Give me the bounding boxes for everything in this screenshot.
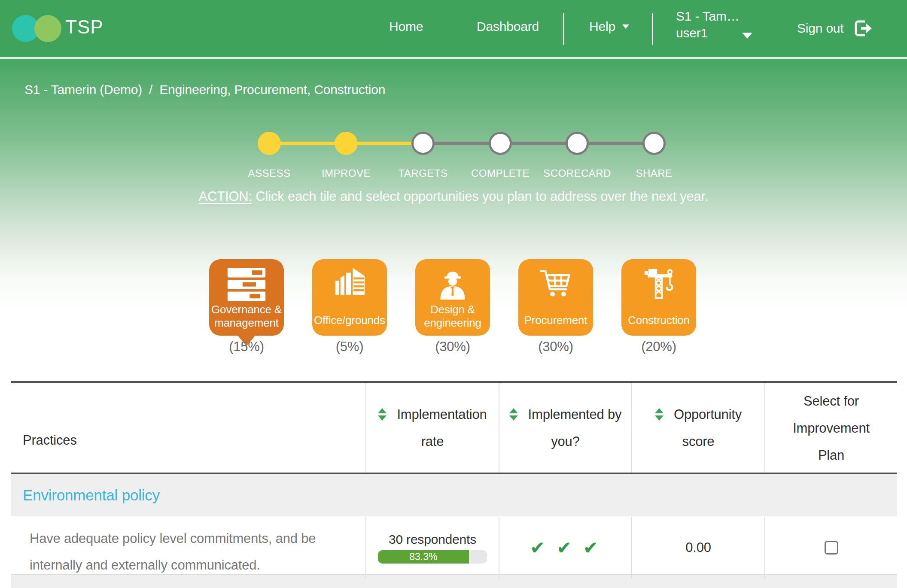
tile-label: Procurement: [518, 314, 593, 327]
page: TSP Home Dashboard Help S1 - Tam… user1 …: [0, 0, 907, 588]
select-for-plan-cell: [765, 517, 897, 579]
tile-governance-management[interactable]: Governance &management: [209, 259, 284, 336]
check-marks-icon: ✔ ✔ ✔: [530, 537, 601, 558]
step-circle-share[interactable]: [642, 132, 666, 155]
step-circle-scorecard[interactable]: [566, 132, 589, 155]
top-navigation-bar: TSP Home Dashboard Help S1 - Tam… user1 …: [0, 0, 907, 59]
logo-green-circle-icon: [34, 15, 61, 42]
step-circle-targets[interactable]: [411, 132, 435, 155]
sign-out-label: Sign out: [797, 21, 843, 36]
tile-weights: (15%) (5%) (30%) (30%) (20%): [209, 339, 696, 355]
table-header-row: Practices Implementation rate Implemente…: [11, 383, 897, 474]
stepper-connector-todo: [423, 142, 654, 145]
tile-office-grounds[interactable]: Office/grounds: [312, 259, 387, 336]
chevron-down-icon: [622, 24, 629, 29]
nav-divider: [652, 13, 653, 45]
column-header-practices: Practices: [11, 383, 366, 473]
cart-icon: [518, 264, 593, 306]
app-logo[interactable]: TSP: [0, 0, 146, 57]
user-menu[interactable]: S1 - Tam… user1: [676, 8, 740, 41]
tile-label: Governance &management: [209, 303, 284, 330]
engineer-icon: [415, 264, 490, 306]
implementation-rate-cell: 30 respondents 83.3%: [366, 517, 499, 579]
action-instruction: ACTION: Click each tile and select oppor…: [0, 189, 907, 204]
sign-out-icon: [853, 18, 874, 39]
nav-help-label: Help: [589, 19, 615, 34]
breadcrumb-project[interactable]: S1 - Tamerin (Demo): [24, 82, 142, 97]
user-menu-line1: S1 - Tam…: [676, 8, 740, 24]
respondents-count: 30 respondents: [389, 532, 476, 547]
improvement-plan-checkbox[interactable]: [825, 541, 838, 555]
building-icon: [312, 264, 387, 306]
brand-name: TSP: [65, 16, 103, 38]
implementation-rate-label: 83.3%: [409, 551, 437, 563]
category-tiles: Governance &management: [209, 259, 696, 336]
nav-home[interactable]: Home: [389, 19, 423, 34]
breadcrumb-page: Engineering, Procurement, Construction: [159, 82, 385, 97]
chevron-down-icon: [742, 33, 752, 39]
tile-label: Construction: [621, 314, 696, 327]
column-header-implementation-rate[interactable]: Implementation rate: [366, 383, 499, 473]
servers-icon: [209, 264, 284, 306]
implementation-rate-bar: 83.3%: [378, 550, 487, 564]
crane-icon: [621, 264, 696, 306]
breadcrumb: S1 - Tamerin (Demo)/Engineering, Procure…: [24, 82, 385, 97]
sort-icon[interactable]: [655, 408, 664, 421]
practices-table: Practices Implementation rate Implemente…: [11, 381, 897, 588]
tile-weight: (30%): [518, 339, 593, 355]
nav-divider: [563, 13, 564, 45]
opportunity-score-value: 0.00: [685, 540, 711, 555]
column-header-select-for-improvement-plan: Select for Improvement Plan: [765, 383, 897, 473]
breadcrumb-separator: /: [149, 82, 152, 97]
action-text: Click each tile and select opportunities…: [256, 189, 708, 204]
tile-weight: (20%): [621, 339, 696, 355]
sign-out-button[interactable]: Sign out: [797, 18, 874, 39]
step-circle-complete[interactable]: [489, 132, 512, 155]
nav-help[interactable]: Help: [589, 19, 629, 34]
tile-label: Office/grounds: [312, 314, 387, 327]
tile-label: Design &engineering: [415, 303, 490, 330]
tile-design-engineering[interactable]: Design &engineering: [415, 259, 490, 336]
sort-icon[interactable]: [509, 408, 518, 421]
column-header-implemented-by-you[interactable]: Implemented by you?: [499, 383, 632, 473]
tile-weight: (15%): [209, 339, 284, 355]
sort-icon[interactable]: [378, 408, 387, 421]
opportunity-score-cell: 0.00: [632, 517, 765, 579]
column-header-opportunity-score[interactable]: Opportunity score: [632, 383, 765, 473]
nav-dashboard[interactable]: Dashboard: [477, 19, 539, 34]
tile-weight: (5%): [312, 339, 387, 355]
step-circle-assess[interactable]: [258, 132, 281, 155]
implemented-by-you-cell: ✔ ✔ ✔: [499, 517, 632, 579]
practice-text: Have adequate policy level commitments, …: [11, 517, 366, 579]
user-menu-line2: user1: [676, 24, 740, 41]
action-prefix: ACTION:: [199, 189, 252, 204]
tile-weight: (30%): [415, 339, 490, 355]
section-header-environmental-policy: Environmental policy: [11, 474, 897, 517]
tile-procurement[interactable]: Procurement: [518, 259, 593, 336]
step-label-share: SHARE: [607, 167, 701, 179]
implementation-rate-fill: 83.3%: [378, 550, 469, 564]
step-circle-improve[interactable]: [335, 132, 358, 155]
table-row: Have adequate policy level commitments, …: [11, 517, 897, 575]
tile-construction[interactable]: Construction: [621, 259, 696, 336]
